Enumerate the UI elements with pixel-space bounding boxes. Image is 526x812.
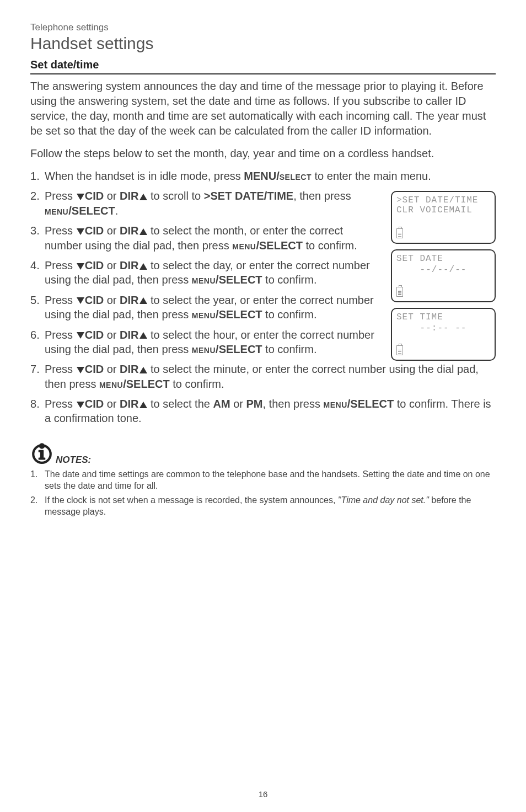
lcd-screen-menu: >SET DATE/TIME CLR VOICEMAIL — [391, 191, 496, 244]
up-arrow-icon — [139, 263, 147, 270]
step-5: Press CID or DIR to select the year, or … — [30, 293, 382, 322]
page-number: 16 — [0, 789, 526, 799]
step-3: Press CID or DIR to select the month, or… — [30, 223, 382, 253]
up-arrow-icon — [139, 367, 147, 373]
steps-list: When the handset is in idle mode, press … — [30, 169, 496, 183]
step-1: When the handset is in idle mode, press … — [30, 169, 496, 183]
step-8: Press CID or DIR to select the AM or PM,… — [30, 397, 496, 426]
lcd-line: SET TIME — [396, 312, 490, 322]
lcd-line: --:-- -- — [396, 323, 490, 333]
breadcrumb: Telephone settings — [30, 22, 496, 33]
step-2: Press CID or DIR to scroll to >SET DATE/… — [30, 189, 382, 218]
section-title: Set date/time — [30, 58, 496, 74]
lcd-screen-time: SET TIME --:-- -- — [391, 308, 496, 361]
up-arrow-icon — [139, 194, 147, 200]
notes-list: The date and time settings are common to… — [30, 469, 496, 518]
svg-rect-3 — [39, 457, 46, 460]
down-arrow-icon — [77, 194, 84, 200]
lcd-line: >SET DATE/TIME — [396, 195, 490, 205]
down-arrow-icon — [77, 402, 84, 408]
svg-point-1 — [39, 443, 45, 449]
intro-paragraph-1: The answering system announces the day a… — [30, 79, 496, 138]
step-6: Press CID or DIR to select the hour, or … — [30, 328, 382, 357]
up-arrow-icon — [139, 297, 147, 304]
up-arrow-icon — [139, 228, 147, 235]
down-arrow-icon — [77, 263, 84, 270]
lcd-line: CLR VOICEMAIL — [396, 205, 490, 215]
page-title: Handset settings — [30, 34, 496, 53]
notes-label: NOTES: — [56, 455, 91, 466]
down-arrow-icon — [77, 297, 84, 304]
step-7: Press CID or DIR to select the minute, o… — [30, 362, 496, 391]
steps-list-cont2: Press CID or DIR to select the minute, o… — [30, 362, 496, 426]
note-1: The date and time settings are common to… — [30, 469, 496, 492]
steps-list-cont: Press CID or DIR to scroll to >SET DATE/… — [30, 189, 382, 356]
down-arrow-icon — [77, 228, 84, 235]
up-arrow-icon — [139, 332, 147, 339]
intro-paragraph-2: Follow the steps below to set the month,… — [30, 146, 496, 161]
down-arrow-icon — [77, 367, 84, 373]
battery-icon — [396, 345, 403, 355]
step-4: Press CID or DIR to select the day, or e… — [30, 258, 382, 287]
lcd-screen-date: SET DATE --/--/-- — [391, 249, 496, 302]
battery-icon — [396, 228, 403, 238]
down-arrow-icon — [77, 332, 84, 339]
battery-icon — [396, 287, 403, 297]
info-icon — [30, 441, 53, 467]
svg-rect-4 — [39, 450, 44, 452]
notes-block: NOTES: The date and time settings are co… — [30, 441, 496, 518]
up-arrow-icon — [139, 402, 147, 408]
note-2: If the clock is not set when a message i… — [30, 495, 496, 518]
lcd-line: --/--/-- — [396, 265, 490, 275]
lcd-line: SET DATE — [396, 254, 490, 264]
